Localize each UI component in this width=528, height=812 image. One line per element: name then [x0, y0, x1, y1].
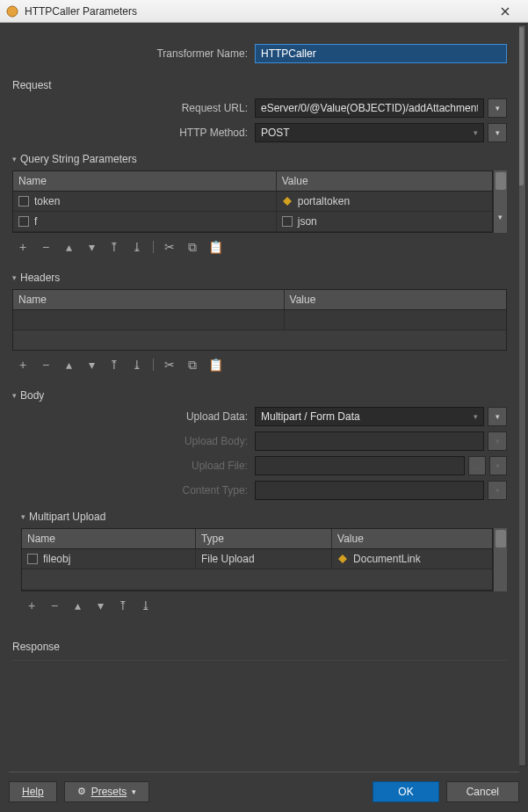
triangle-down-icon: ▾	[12, 273, 17, 282]
table-row[interactable]: fileobj File Upload DocumentLink	[22, 549, 492, 569]
request-url-label: Request URL:	[12, 102, 255, 114]
bottom-bar: Help ⚙Presets▾ OK Cancel	[9, 772, 519, 803]
paste-button[interactable]: 📋	[208, 240, 222, 254]
upload-data-select[interactable]: Multipart / Form Data ▾	[255, 407, 484, 426]
upload-body-menu-button: ▾	[488, 431, 507, 451]
svg-point-0	[7, 6, 18, 17]
titlebar: HTTPCaller Parameters	[0, 0, 528, 23]
ok-button[interactable]: OK	[372, 781, 438, 802]
http-method-value: POST	[261, 127, 290, 139]
paste-button[interactable]: 📋	[208, 358, 222, 372]
cut-button[interactable]: ✂	[163, 240, 177, 254]
move-down-button[interactable]: ▾	[84, 358, 98, 372]
content-type-label: Content Type:	[12, 484, 255, 497]
upload-data-label: Upload Data:	[12, 410, 255, 423]
query-section-toggle[interactable]: ▾ Query String Parameters	[12, 153, 507, 165]
multipart-value-header: Value	[332, 529, 492, 548]
table-row[interactable]	[13, 330, 506, 350]
transformer-name-input[interactable]	[255, 44, 507, 63]
triangle-down-icon: ▾	[12, 391, 17, 400]
content-area: Transformer Name: Request Request URL: ▾…	[9, 23, 519, 768]
multipart-table-scrollbar[interactable]	[493, 528, 507, 591]
query-table-scrollbar[interactable]: ▾	[493, 170, 507, 233]
table-row[interactable]	[22, 569, 492, 591]
move-top-button[interactable]: ⤒	[107, 240, 121, 254]
add-row-button[interactable]: +	[16, 240, 30, 254]
move-up-button[interactable]: ▴	[61, 240, 76, 254]
move-top-button[interactable]: ⤒	[116, 598, 130, 613]
presets-button[interactable]: ⚙Presets▾	[64, 781, 150, 802]
copy-button[interactable]: ⧉	[185, 358, 199, 372]
multipart-table: Name Type Value fileobj File Upload Docu…	[21, 528, 493, 591]
request-url-menu-button[interactable]: ▾	[488, 98, 507, 118]
move-bottom-button[interactable]: ⤓	[130, 240, 144, 254]
headers-table-toolbar: + − ▴ ▾ ⤒ ⤓ ✂ ⧉ 📋	[12, 351, 507, 379]
headers-section-toggle[interactable]: ▾ Headers	[12, 272, 507, 284]
multipart-type-header: Type	[196, 529, 332, 548]
add-row-button[interactable]: +	[25, 598, 39, 613]
chevron-down-icon: ▾	[474, 128, 478, 137]
triangle-down-icon: ▾	[12, 155, 17, 163]
upload-file-browse-button: …	[468, 456, 486, 475]
cut-button[interactable]: ✂	[163, 358, 177, 372]
headers-value-header: Value	[285, 290, 506, 309]
move-bottom-button[interactable]: ⤓	[130, 358, 144, 372]
move-down-button[interactable]: ▾	[93, 598, 107, 613]
headers-name-header: Name	[13, 290, 285, 309]
remove-row-button[interactable]: −	[39, 240, 53, 254]
copy-button[interactable]: ⧉	[185, 240, 199, 254]
multipart-table-toolbar: + − ▴ ▾ ⤒ ⤓	[21, 591, 507, 620]
table-row[interactable]	[13, 310, 506, 330]
add-row-button[interactable]: +	[16, 358, 30, 372]
triangle-down-icon: ▾	[21, 512, 25, 521]
gear-icon: ⚙	[77, 786, 86, 797]
multipart-section-toggle[interactable]: ▾ Multipart Upload	[21, 511, 507, 523]
table-row[interactable]: token portaltoken	[13, 192, 492, 212]
window-title: HTTPCaller Parameters	[25, 5, 488, 18]
upload-body-label: Upload Body:	[12, 435, 255, 447]
remove-row-button[interactable]: −	[39, 358, 53, 372]
move-bottom-button[interactable]: ⤓	[139, 598, 153, 613]
attribute-icon	[27, 554, 38, 564]
body-section-toggle[interactable]: ▾ Body	[12, 389, 507, 402]
attribute-icon	[18, 196, 29, 207]
move-up-button[interactable]: ▴	[70, 598, 84, 613]
chevron-down-icon: ▾	[474, 412, 478, 421]
query-name-header: Name	[13, 171, 277, 191]
headers-table: Name Value	[12, 289, 507, 351]
request-section-title: Request	[12, 79, 507, 91]
chevron-down-icon: ▾	[132, 787, 136, 796]
upload-file-label: Upload File:	[12, 460, 255, 472]
upload-file-menu-button: ▾	[489, 456, 507, 475]
close-button[interactable]	[488, 3, 523, 20]
upload-data-menu-button[interactable]: ▾	[488, 407, 507, 426]
content-type-input	[255, 481, 484, 500]
query-table-toolbar: + − ▴ ▾ ⤒ ⤓ ✂ ⧉ 📋	[12, 233, 507, 261]
attribute-icon	[282, 216, 293, 227]
app-icon	[5, 4, 19, 18]
content-type-menu-button: ▾	[488, 481, 507, 500]
move-top-button[interactable]: ⤒	[107, 358, 121, 372]
query-value-header: Value	[277, 171, 492, 191]
cancel-button[interactable]: Cancel	[446, 781, 519, 802]
parameter-icon	[282, 196, 293, 207]
transformer-name-label: Transformer Name:	[12, 47, 255, 60]
multipart-name-header: Name	[22, 529, 196, 548]
request-url-input[interactable]	[255, 98, 484, 118]
response-section-title: Response	[12, 641, 507, 653]
table-row[interactable]: f json	[13, 212, 492, 232]
upload-file-input	[255, 456, 465, 475]
attribute-icon	[18, 216, 29, 227]
move-up-button[interactable]: ▴	[61, 358, 76, 372]
http-method-label: HTTP Method:	[12, 127, 255, 139]
http-method-select[interactable]: POST ▾	[255, 123, 484, 142]
upload-body-input	[255, 431, 484, 451]
help-button[interactable]: Help	[9, 781, 57, 802]
query-table-header: Name Value	[13, 171, 492, 192]
http-method-menu-button[interactable]: ▾	[488, 123, 507, 142]
remove-row-button[interactable]: −	[47, 598, 61, 613]
move-down-button[interactable]: ▾	[84, 240, 98, 254]
query-table: Name Value token portaltoken f json	[12, 170, 493, 233]
parameter-icon	[337, 554, 348, 564]
